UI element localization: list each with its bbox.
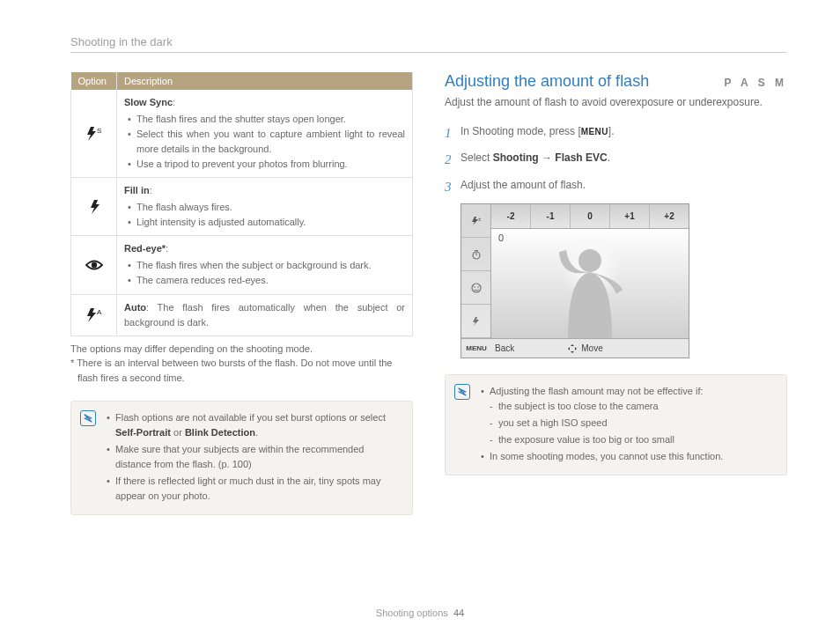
menu-button-label: MENU <box>581 127 608 136</box>
step-text: Select Shooting → Flash EVC. <box>461 150 610 170</box>
table-row: Fill in: The flash always fires. Light i… <box>71 178 413 236</box>
svg-point-8 <box>474 286 475 288</box>
step-item: 2 Select Shooting → Flash EVC. <box>445 150 787 170</box>
option-title: Auto <box>124 302 146 313</box>
table-row: Red-eye*: The flash fires when the subje… <box>71 236 413 294</box>
text: In Shooting mode, press [ <box>461 125 581 137</box>
step-number: 2 <box>445 150 461 170</box>
svg-text:S: S <box>97 127 101 135</box>
text: Select <box>461 151 493 164</box>
desc-red-eye: Red-eye*: The flash fires when the subje… <box>117 236 413 294</box>
svg-text:±: ± <box>478 217 482 222</box>
note-item: In some shooting modes, you cannot use t… <box>481 449 776 464</box>
flash-auto-icon: A <box>71 294 117 335</box>
note-text: . <box>255 427 258 438</box>
footnote-line: The options may differ depending on the … <box>70 342 413 357</box>
note-icon <box>80 410 96 426</box>
note-box-left: Flash options are not available if you s… <box>70 401 413 515</box>
option-bullet: The flash fires and the shutter stays op… <box>128 112 405 127</box>
flash-slow-sync-icon: S <box>71 90 117 178</box>
option-title: Slow Sync <box>124 97 173 107</box>
table-header-row: Option Description <box>71 72 413 90</box>
table-footnotes: The options may differ depending on the … <box>70 342 413 386</box>
bold-term: Shooting <box>493 151 539 164</box>
sidebar-face-icon <box>461 271 490 305</box>
note-item: If there is reflected light or much dust… <box>107 474 402 504</box>
option-bullet: The flash always fires. <box>128 200 405 215</box>
sidebar-flash-off-icon <box>461 305 490 338</box>
step-number: 1 <box>445 123 461 144</box>
option-inline-text: : The flash fires automatically when the… <box>124 302 405 328</box>
table-row: A Auto: The flash fires automatically wh… <box>71 294 413 335</box>
move-arrows-icon <box>567 343 578 354</box>
desc-fill-in: Fill in: The flash always fires. Light i… <box>117 178 413 236</box>
note-text: Flash options are not available if you s… <box>115 412 386 423</box>
options-table: Option Description S Slow Sync: The flas… <box>70 72 413 336</box>
footnote-line: * There is an interval between two burst… <box>70 356 413 385</box>
screen-sidebar: ± <box>461 204 491 338</box>
option-bullet: Use a tripod to prevent your photos from… <box>128 157 405 172</box>
th-description: Description <box>117 72 413 90</box>
step-item: 3 Adjust the amount of flash. <box>445 177 787 197</box>
steps-list: 1 In Shooting mode, press [MENU]. 2 Sele… <box>445 123 787 197</box>
note-box-right: Adjusting the flash amount may not be ef… <box>445 374 787 476</box>
svg-point-10 <box>578 249 601 272</box>
mode-indicator: P A S M <box>724 77 787 89</box>
text: . <box>608 151 610 164</box>
step-item: 1 In Shooting mode, press [MENU]. <box>445 123 787 144</box>
section-heading: Adjusting the amount of flash <box>445 72 649 91</box>
option-title: Fill in <box>124 185 150 195</box>
screen-footer-bar: MENU Back Move <box>461 338 689 358</box>
desc-auto: Auto: The flash fires automatically when… <box>117 294 413 335</box>
th-option: Option <box>71 72 117 90</box>
ev-scale: -2 -1 0 +1 +2 <box>491 204 689 229</box>
scale-tick: +1 <box>610 204 650 228</box>
bold-term: Blink Detection <box>185 427 255 438</box>
step-text: Adjust the amount of flash. <box>461 177 586 197</box>
option-bullet: Light intensity is adjusted automaticall… <box>128 215 405 230</box>
ev-readout: 0 <box>498 232 504 243</box>
note-subitem: the subject is too close to the camera <box>490 399 776 414</box>
svg-rect-6 <box>475 250 478 251</box>
back-label: Back <box>491 343 514 353</box>
option-bullet: Select this when you want to capture amb… <box>128 127 405 157</box>
option-title: Red-eye* <box>124 243 166 254</box>
column-left: Option Description S Slow Sync: The flas… <box>70 72 413 515</box>
scale-tick: -1 <box>531 204 571 228</box>
footer-section: Shooting options <box>376 608 448 618</box>
desc-slow-sync: Slow Sync: The flash fires and the shutt… <box>117 90 413 178</box>
page-number: 44 <box>453 608 464 618</box>
person-silhouette-icon <box>542 241 638 338</box>
note-item: Flash options are not available if you s… <box>107 410 402 440</box>
scale-tick: -2 <box>491 204 531 228</box>
table-row: S Slow Sync: The flash fires and the shu… <box>71 90 413 178</box>
section-intro: Adjust the amount of flash to avoid over… <box>445 94 787 111</box>
step-number: 3 <box>445 177 461 197</box>
menu-label: MENU <box>461 344 491 352</box>
step-text: In Shooting mode, press [MENU]. <box>461 123 614 144</box>
flash-fill-icon <box>71 178 117 236</box>
svg-point-9 <box>477 286 479 288</box>
svg-point-1 <box>91 262 96 268</box>
move-label-group: Move <box>567 343 602 354</box>
camera-screen-mock: ± -2 -1 0 +1 +2 0 <box>461 203 689 358</box>
note-subitem: you set a high ISO speed <box>490 416 776 431</box>
sidebar-flash-ev-icon: ± <box>461 204 490 238</box>
svg-text:A: A <box>97 308 102 316</box>
screen-main-area: 0 <box>491 229 689 338</box>
option-bullet: The camera reduces red-eyes. <box>128 273 405 288</box>
move-text: Move <box>581 343 602 353</box>
scale-tick: +2 <box>650 204 689 228</box>
note-item: Make sure that your subjects are within … <box>107 442 402 472</box>
note-subitem: the exposure value is too big or too sma… <box>490 432 776 447</box>
arrow: → <box>539 151 556 164</box>
bold-term: Flash EVC <box>555 151 607 164</box>
scale-tick: 0 <box>571 204 610 228</box>
note-text: or <box>171 427 185 438</box>
section-header: Shooting in the dark <box>70 35 787 53</box>
page-columns: Option Description S Slow Sync: The flas… <box>70 72 787 515</box>
note-item: Adjusting the flash amount may not be ef… <box>481 384 776 447</box>
page-footer: Shooting options 44 <box>0 608 840 618</box>
option-bullet: The flash fires when the subject or back… <box>128 258 405 273</box>
bold-term: Self-Portrait <box>115 427 171 438</box>
